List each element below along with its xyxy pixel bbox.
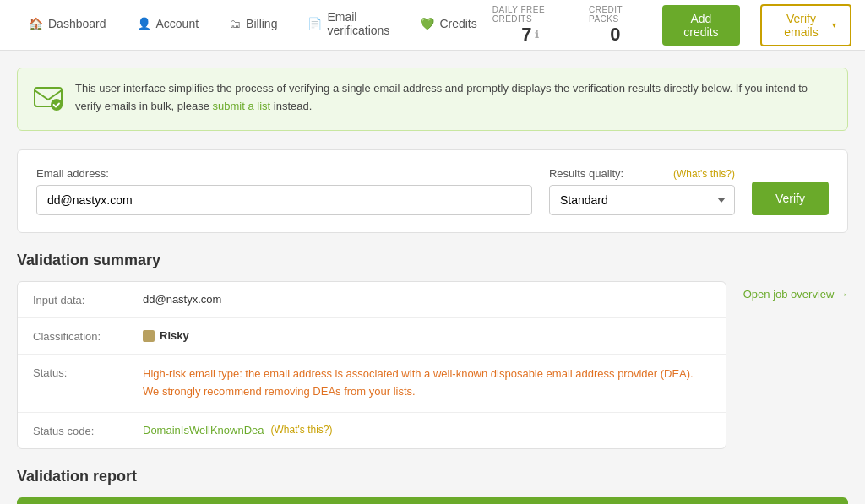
daily-free-credits-block: DAILY FREE CREDITS 7 ℹ xyxy=(492,5,569,46)
submit-list-link[interactable]: submit a list xyxy=(213,100,271,112)
email-input[interactable] xyxy=(36,185,532,215)
syntax-validation-bar[interactable]: Syntax validation xyxy=(17,497,848,504)
daily-free-credits-value: 7 ℹ xyxy=(521,24,539,46)
nav-credits-label: Credits xyxy=(439,17,476,30)
nav-links: 🏠 Dashboard 👤 Account 🗂 Billing 📄 Email … xyxy=(14,0,492,51)
verify-button[interactable]: Verify xyxy=(752,182,829,215)
quality-form-group: Results quality: (What's this?) Standard… xyxy=(549,167,735,215)
daily-free-credits-label: DAILY FREE CREDITS xyxy=(492,5,569,24)
credit-packs-value: 0 xyxy=(610,24,620,46)
nav-email-verifications-label: Email verifications xyxy=(327,10,389,37)
form-row: Email address: Results quality: (What's … xyxy=(36,167,829,215)
credit-packs-label: CREDIT PACKS xyxy=(589,5,642,24)
info-banner-text: This user interface simplifies the proce… xyxy=(75,80,832,116)
open-job-link[interactable]: Open job overview → xyxy=(743,281,848,301)
info-banner: This user interface simplifies the proce… xyxy=(17,68,848,131)
nav-credits-section: DAILY FREE CREDITS 7 ℹ CREDIT PACKS 0 Ad… xyxy=(492,4,851,46)
validation-report-section: Validation report Syntax validation xyxy=(17,468,848,504)
summary-table: Input data: dd@nastyx.com Classification… xyxy=(17,281,726,449)
classification-key: Classification: xyxy=(33,329,143,343)
summary-wrapper: Input data: dd@nastyx.com Classification… xyxy=(17,281,848,449)
svg-point-1 xyxy=(51,99,63,111)
billing-icon: 🗂 xyxy=(229,17,241,30)
status-code-whats-this[interactable]: (What's this?) xyxy=(271,424,333,436)
validation-summary-title: Validation summary xyxy=(17,252,848,269)
home-icon: 🏠 xyxy=(29,17,43,30)
email-label: Email address: xyxy=(36,167,532,180)
nav-dashboard[interactable]: 🏠 Dashboard xyxy=(14,0,122,51)
quality-select[interactable]: Standard High Premium xyxy=(549,185,735,215)
input-data-value: dd@nastyx.com xyxy=(143,293,710,306)
nav-email-verifications[interactable]: 📄 Email verifications xyxy=(292,0,405,51)
navbar: 🏠 Dashboard 👤 Account 🗂 Billing 📄 Email … xyxy=(0,0,865,51)
verify-form-card: Email address: Results quality: (What's … xyxy=(17,149,848,233)
nav-credits[interactable]: 💚 Credits xyxy=(405,0,492,51)
status-code-key: Status code: xyxy=(33,424,143,437)
quality-header: Results quality: (What's this?) xyxy=(549,167,735,180)
quality-label: Results quality: xyxy=(549,167,623,180)
nav-billing[interactable]: 🗂 Billing xyxy=(214,0,292,51)
daily-credits-info-icon[interactable]: ℹ xyxy=(535,29,539,41)
verify-emails-label: Verify emails xyxy=(775,12,827,39)
quality-whats-this[interactable]: (What's this?) xyxy=(673,168,735,180)
table-row: Status: High-risk email type: the email … xyxy=(18,355,726,413)
add-credits-button[interactable]: Add credits xyxy=(662,5,740,46)
credits-icon: 💚 xyxy=(420,17,434,30)
nav-dashboard-label: Dashboard xyxy=(48,17,106,30)
table-row: Input data: dd@nastyx.com xyxy=(18,282,726,318)
verify-emails-button[interactable]: Verify emails ▾ xyxy=(760,4,851,46)
account-icon: 👤 xyxy=(137,17,151,30)
email-verifications-icon: 📄 xyxy=(307,17,322,30)
status-key: Status: xyxy=(33,366,143,379)
status-value: High-risk email type: the email address … xyxy=(143,366,710,401)
email-check-icon xyxy=(33,82,63,118)
validation-summary-section: Validation summary Input data: dd@nastyx… xyxy=(17,252,848,449)
nav-account-label: Account xyxy=(156,17,199,30)
email-form-group: Email address: xyxy=(36,167,532,215)
risky-color-box xyxy=(143,330,155,342)
input-data-key: Input data: xyxy=(33,293,143,306)
table-row: Status code: DomainIsWellKnownDea (What'… xyxy=(18,413,726,448)
credit-packs-block: CREDIT PACKS 0 xyxy=(589,5,642,46)
classification-value: Risky xyxy=(143,329,710,342)
status-code-value: DomainIsWellKnownDea (What's this?) xyxy=(143,424,710,436)
validation-report-title: Validation report xyxy=(17,468,848,485)
nav-account[interactable]: 👤 Account xyxy=(122,0,215,51)
table-row: Classification: Risky xyxy=(18,318,726,355)
nav-billing-label: Billing xyxy=(246,17,277,30)
main-content: This user interface simplifies the proce… xyxy=(0,51,865,504)
verify-emails-arrow-icon: ▾ xyxy=(832,20,836,30)
